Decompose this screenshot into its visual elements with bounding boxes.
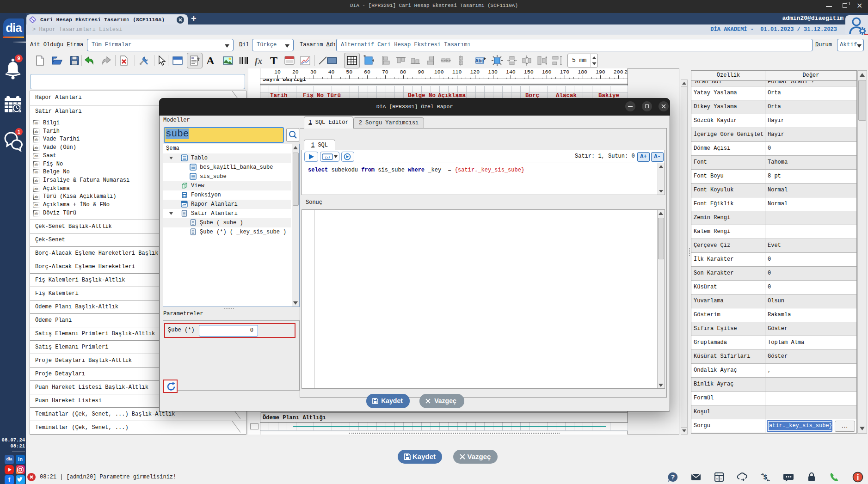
svg-text:×: × [716, 477, 718, 481]
svg-text:?: ? [671, 473, 675, 481]
svg-text:fx: fx [255, 56, 262, 66]
svg-text:A: A [206, 55, 215, 67]
svg-text:(x): (x) [325, 155, 330, 159]
svg-text:+: + [716, 472, 718, 476]
svg-text:Abc: Abc [475, 58, 484, 63]
svg-text:$: $ [763, 473, 768, 481]
svg-text:T: T [270, 55, 277, 67]
svg-text:=: = [720, 477, 722, 481]
